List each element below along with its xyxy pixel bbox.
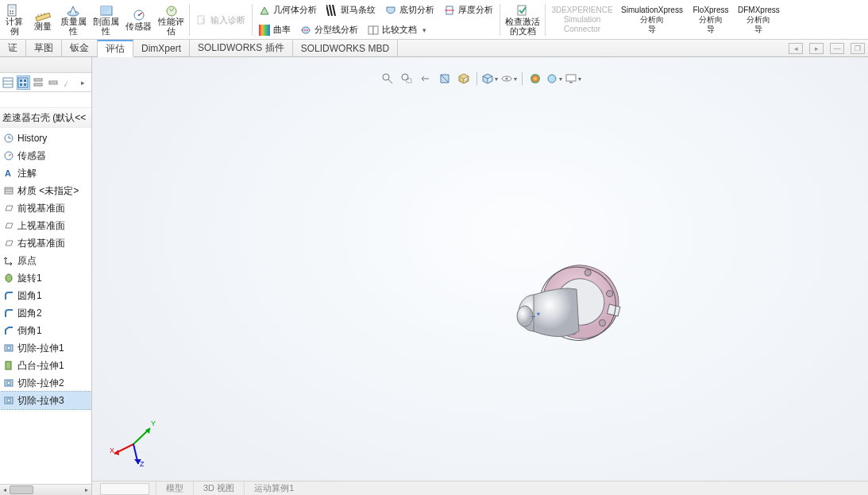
tree-cutextrude1[interactable]: 切除-拉伸1	[0, 339, 91, 357]
zoom-to-fit-button[interactable]	[379, 70, 396, 87]
tab-sheetmetal[interactable]: 钣金	[62, 40, 98, 56]
geometry-analysis-button[interactable]: 几何体分析	[254, 2, 322, 19]
tree-right-plane[interactable]: 右视基准面	[0, 234, 91, 252]
dimxpertmanager-tab-icon[interactable]	[46, 75, 60, 90]
tab-3d-view[interactable]: 3D 视图	[193, 481, 244, 495]
measure-button[interactable]: 测量	[29, 0, 57, 40]
tab-evaluate[interactable]: 评估	[98, 40, 133, 57]
zebra-stripes-button[interactable]: 斑马条纹	[322, 2, 380, 19]
dfmx-button[interactable]: DFMXpress 分析向 导	[735, 0, 783, 40]
scroll-left-arrow-icon[interactable]: ◂	[0, 485, 10, 495]
flox-l2: 分析向	[699, 15, 723, 25]
massprops-button[interactable]: 质量属 性	[57, 0, 90, 40]
hud-separator	[522, 72, 523, 85]
scroll-thumb[interactable]	[10, 485, 33, 494]
partingline-button[interactable]: 分型线分析	[295, 21, 363, 39]
section-view-button[interactable]	[436, 70, 453, 87]
thickness-button[interactable]: 厚度分析	[439, 2, 498, 19]
tree-fillet1[interactable]: 圆角1	[0, 287, 91, 304]
hide-show-button[interactable]: ▾	[500, 70, 518, 87]
tab-dimxpert[interactable]: DimXpert	[133, 40, 190, 56]
next-doc-button[interactable]: ▸	[809, 43, 824, 54]
check-doc-icon	[515, 4, 530, 17]
tree-item-label: 旋转1	[17, 272, 42, 285]
tree-history[interactable]: History	[0, 130, 91, 147]
edit-appearance-button[interactable]	[527, 70, 544, 87]
svg-rect-40	[5, 188, 13, 194]
svg-rect-29	[20, 79, 22, 82]
threeDX-button[interactable]: 3DEXPERIENCE Simulation Connector	[547, 0, 617, 40]
tree-front-plane[interactable]: 前视基准面	[0, 199, 91, 217]
tree-cutextrude3[interactable]: 切除-拉伸3	[0, 392, 91, 409]
graphics-area[interactable]: ▾ ▾ ▾ ▾	[92, 57, 868, 495]
sectionprops-label: 剖面属 性	[93, 17, 119, 36]
displaymanager-tab-icon[interactable]	[61, 75, 75, 90]
tree-sensors[interactable]: 传感器	[0, 147, 91, 164]
zoom-to-area-button[interactable]	[398, 70, 415, 87]
svg-point-4	[10, 13, 11, 14]
input-diag-label: 输入诊断	[210, 14, 245, 26]
orientation-triad[interactable]: X Y Z	[108, 412, 164, 468]
tab-model-3d[interactable]: 模型	[156, 481, 193, 495]
cutextrude-icon	[3, 395, 14, 406]
appearance-icon	[529, 72, 542, 85]
panel-overflow-icon[interactable]: ▸	[76, 75, 90, 90]
prev-view-icon	[419, 72, 432, 85]
tree-title[interactable]: 差速器右壳 (默认<<	[0, 108, 91, 128]
magnifier-rect-icon	[400, 72, 413, 85]
zebra-label: 斑马条纹	[341, 4, 376, 16]
display-style-button[interactable]: ▾	[481, 70, 499, 87]
tree-origin[interactable]: 原点	[0, 252, 91, 269]
tab-sketch[interactable]: 草图	[26, 40, 62, 56]
sensor-label: 传感器	[125, 21, 152, 31]
flox-l1: FloXpress	[692, 6, 728, 15]
propertymanager-tab-icon[interactable]	[17, 75, 30, 90]
svg-rect-62	[569, 82, 573, 83]
tree-chamfer1[interactable]: 倒角1	[0, 322, 91, 339]
flox-button[interactable]: FloXpress 分析向 导	[687, 0, 735, 40]
undercut-button[interactable]: 底切分析	[380, 2, 439, 19]
tab-sw-mbd[interactable]: SOLIDWORKS MBD	[293, 40, 398, 56]
tab-motion-study-1[interactable]: 运动算例1	[244, 481, 303, 495]
restore-button[interactable]: ❐	[851, 43, 865, 54]
calc-example-button[interactable]: 计算 例	[0, 0, 29, 40]
undercut-icon	[385, 5, 396, 16]
minimize-button[interactable]: ―	[830, 43, 844, 54]
tree-annotations[interactable]: A注解	[0, 164, 91, 182]
compare-button[interactable]: 比较文档▾	[363, 21, 431, 39]
configmanager-tab-icon[interactable]	[32, 75, 45, 90]
tab-features[interactable]: 证	[0, 40, 26, 56]
simx-button[interactable]: SimulationXpress 分析向 导	[617, 0, 687, 40]
performance-button[interactable]: 性能评 估	[155, 0, 187, 40]
triad-z-label: Z	[140, 460, 145, 468]
previous-view-button[interactable]	[417, 70, 434, 87]
sectionprops-button[interactable]: 剖面属 性	[90, 0, 122, 40]
curvature-button[interactable]: 曲率	[254, 21, 295, 39]
check-doc-label: 检查激活 的文档	[505, 17, 540, 36]
tree-item-label: 切除-拉伸2	[17, 377, 64, 390]
svg-rect-52	[7, 399, 10, 402]
tree-fillet2[interactable]: 圆角2	[0, 304, 91, 322]
view-orientation-button[interactable]	[455, 70, 473, 87]
view-settings-button[interactable]: ▾	[565, 70, 582, 87]
geometry-label: 几何体分析	[273, 4, 317, 16]
sensor-button[interactable]: 传感器	[122, 0, 155, 40]
check-active-doc-button[interactable]: 检查激活 的文档	[502, 0, 543, 40]
orientation-icon	[457, 72, 470, 85]
tree-revolve1[interactable]: 旋转1	[0, 269, 91, 287]
featuremanager-tab-icon[interactable]	[2, 75, 15, 90]
prev-doc-button[interactable]: ◂	[789, 43, 803, 54]
panel-h-scrollbar[interactable]: ◂ ▸	[0, 484, 91, 495]
apply-scene-button[interactable]: ▾	[546, 70, 563, 87]
input-diagnosis-button[interactable]: 输入诊断	[191, 11, 250, 29]
revolve-icon	[3, 273, 14, 284]
svg-rect-47	[7, 346, 10, 350]
tree-bossextrude1[interactable]: 凸台-拉伸1	[0, 357, 91, 374]
tab-sw-addins[interactable]: SOLIDWORKS 插件	[190, 40, 293, 56]
tree-material[interactable]: 材质 <未指定>	[0, 182, 91, 199]
tree-cutextrude2[interactable]: 切除-拉伸2	[0, 374, 91, 392]
scroll-right-arrow-icon[interactable]: ▸	[82, 485, 91, 495]
tree-top-plane[interactable]: 上视基准面	[0, 217, 91, 234]
svg-rect-25	[3, 78, 13, 87]
svg-rect-23	[373, 26, 378, 34]
